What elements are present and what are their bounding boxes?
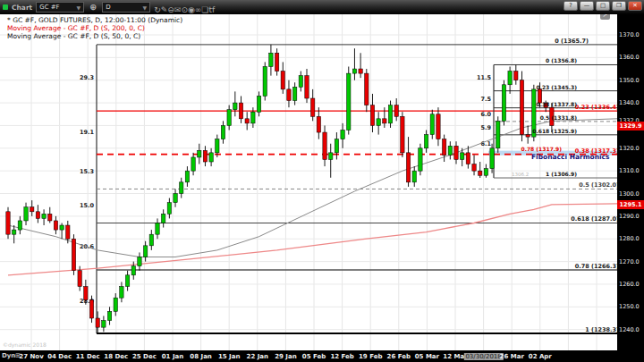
candle-body: [102, 321, 106, 328]
candle-body: [359, 69, 362, 73]
fib-level-label: 0 (1356.8): [546, 57, 577, 63]
fib-level-label: 0 (1365.7): [555, 38, 589, 45]
highlighted-date-label[interactable]: 03/30/2018: [463, 353, 503, 360]
close-window-button[interactable]: ✕: [628, 1, 642, 11]
fib-diff-label: 6.0: [480, 111, 491, 118]
refresh-icon[interactable]: ↻: [154, 5, 161, 14]
candle-body: [239, 103, 242, 119]
candle-body: [114, 298, 117, 311]
maximize-window-button[interactable]: □: [596, 1, 610, 11]
price-tick: 1290.0: [619, 213, 640, 220]
time-axis[interactable]: Dyn ⊞ 27 Nov04 Dec11 Dec18 Dec25 Dec01 J…: [0, 350, 644, 362]
price-tick: 1320.0: [619, 145, 640, 152]
fib-level-label: 1 (1238.3): [585, 326, 617, 333]
price-tick: 1280.0: [619, 235, 640, 242]
candle-body: [24, 207, 28, 221]
symbol-dropdown[interactable]: GC #F ▼: [36, 2, 84, 13]
date-tick: 26 Mar: [500, 353, 524, 360]
price-tick: 1260.0: [619, 281, 640, 288]
candle-body: [263, 67, 267, 97]
candle-body: [72, 239, 75, 271]
top-toolbar: Chart GC #F ▼ ⊕ D ▼ ↻✎⊖✉⊙◉∞❏tf ?—□❐✕: [0, 0, 644, 14]
zoom-out-icon[interactable]: ⊖: [167, 5, 174, 14]
candle-body: [472, 164, 476, 172]
candle-body: [436, 114, 440, 139]
candle-body: [329, 153, 333, 160]
fib-level-label: 0.618 (1325.9): [532, 128, 577, 134]
candle-body: [203, 150, 207, 162]
date-tick: 01 Jan: [162, 353, 184, 360]
candle-body: [377, 119, 380, 126]
candle-body: [216, 139, 219, 153]
candle-body: [347, 73, 351, 130]
candle-body: [6, 212, 10, 234]
candle-body: [341, 130, 344, 139]
candle-body: [514, 72, 518, 80]
candle-body: [30, 207, 34, 212]
candle-body: [365, 73, 369, 105]
date-tick: 11 Dec: [76, 353, 100, 360]
candle-body: [490, 148, 494, 169]
fib-level-label: 0.23 (1345.3): [536, 84, 577, 90]
candle-body: [48, 214, 52, 221]
price-tick: 1360.0: [619, 54, 640, 61]
candle-body: [406, 153, 410, 182]
date-tick: 25 Dec: [132, 353, 157, 360]
period-value: D: [106, 4, 110, 11]
chart-tab[interactable]: Chart: [12, 4, 32, 12]
candle-body: [167, 203, 171, 215]
candle-body: [299, 76, 302, 88]
dyn-mode-label[interactable]: Dyn: [2, 352, 15, 359]
candle-body: [502, 85, 505, 122]
record-icon[interactable]: ◉: [188, 5, 195, 14]
candle-body: [18, 221, 21, 230]
price-tick: 1350.0: [619, 77, 640, 84]
candle-body: [96, 318, 99, 327]
fib-level-label: 0.5 (1331.8): [540, 114, 578, 121]
candle-body: [352, 69, 356, 73]
fib-level-label: 0.78 (1266.3): [575, 263, 617, 270]
ma-line-sma200: [8, 204, 617, 275]
candle-body: [89, 300, 93, 318]
symbol-search-icon[interactable]: ⊕: [88, 3, 98, 12]
faint-level-label: 1306.2: [512, 172, 529, 177]
help-window-button[interactable]: ?: [564, 1, 578, 11]
date-tick: 02 Apr: [529, 353, 552, 360]
candle-body: [526, 135, 530, 138]
candle-body: [36, 212, 39, 219]
period-dropdown[interactable]: D ▼: [102, 2, 150, 13]
target-icon[interactable]: ⊙: [181, 5, 188, 14]
symbol-value: GC #F: [39, 4, 59, 11]
candle-body: [484, 169, 487, 176]
ma-line-sma50: [8, 119, 617, 257]
candle-body: [305, 76, 309, 98]
candle-body: [156, 223, 159, 234]
candle-body: [520, 80, 523, 135]
candle-body: [310, 98, 314, 116]
candle-body: [388, 105, 392, 123]
price-tick: 1250.0: [619, 303, 640, 310]
candle-body: [174, 194, 177, 203]
price-tick: 1240.0: [619, 326, 640, 333]
candle-body: [180, 182, 183, 194]
date-tick: 22 Jan: [247, 353, 269, 360]
ma50-legend: Moving Average - GC #F, D (S, 50, 0, C): [7, 32, 140, 40]
candle-body: [508, 72, 512, 85]
price-axis[interactable]: 1380.01370.01360.01350.01340.01332.01320…: [617, 14, 644, 362]
chart-tab-indicator: [3, 4, 8, 10]
fib-diff-label: 7.5: [480, 96, 491, 103]
candle-body: [209, 153, 213, 162]
minimize-window-button[interactable]: —: [580, 1, 594, 11]
chart-plot[interactable]: 29.319.115.315.020.628.011.57.56.05.96.1…: [0, 14, 617, 351]
candle-body: [448, 146, 452, 155]
candle-body: [233, 103, 237, 110]
date-tick: 26 Feb: [387, 353, 411, 360]
fib-level-label: 0.23 (1336.4): [575, 104, 617, 111]
toolbar-icon-group: ↻✎⊖✉⊙◉∞❏tf: [154, 0, 215, 16]
watermark: ©dynamic 2018: [3, 341, 47, 348]
candle-body: [251, 112, 255, 123]
candle-body: [138, 257, 141, 266]
chevron-down-icon: ▼: [77, 4, 81, 11]
facebook-icon[interactable]: f: [212, 5, 215, 14]
restore-window-button[interactable]: ❐: [612, 1, 626, 11]
